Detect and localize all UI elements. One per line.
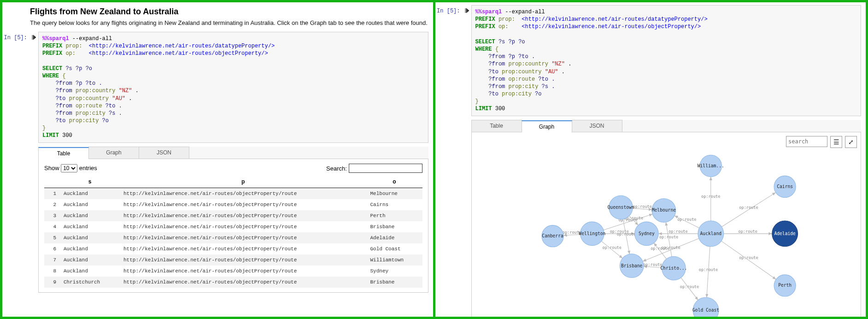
cell-s: Auckland xyxy=(60,254,120,266)
graph-toolbar: ☰ ⤢ xyxy=(786,136,857,148)
edge-label: op:route xyxy=(680,284,698,289)
table-row[interactable]: 6 Auckland http://kelvinlawrence.net/air… xyxy=(44,243,422,254)
section-heading: Flights from New Zealand to Australia xyxy=(30,7,428,17)
table-row[interactable]: 9 Christchurch http://kelvinlawrence.net… xyxy=(44,277,422,288)
results-table: s p o 1 Auckland http://kelvinlawrence.n… xyxy=(44,176,422,288)
table-row[interactable]: 8 Auckland http://kelvinlawrence.net/air… xyxy=(44,266,422,277)
table-row[interactable]: 4 Auckland http://kelvinlawrence.net/air… xyxy=(44,221,422,232)
graph-edge[interactable]: op:route xyxy=(680,278,698,300)
svg-point-29 xyxy=(662,256,685,280)
row-index: 6 xyxy=(44,243,60,254)
cell-p: http://kelvinlawrence.net/air-routes/obj… xyxy=(120,277,367,288)
graph-edge[interactable]: op:route xyxy=(643,262,662,267)
graph-edge[interactable]: op:route xyxy=(721,241,776,279)
entries-select[interactable]: 10 xyxy=(61,164,77,172)
row-index: 2 xyxy=(44,199,60,210)
edge-label: op:route xyxy=(562,230,581,235)
graph-edge[interactable]: op:route xyxy=(674,215,699,228)
graph-search-input[interactable] xyxy=(786,136,827,147)
graph-edge[interactable]: op:route xyxy=(659,222,678,256)
section-description: The query below looks for any flights or… xyxy=(30,19,428,26)
legend-icon[interactable]: ☰ xyxy=(830,136,842,148)
tab-table[interactable]: Table xyxy=(38,147,89,159)
right-panel: In [5]: %%sparql --expand-all PREFIX pro… xyxy=(433,2,866,317)
graph-node-adelaide[interactable]: Adelaide xyxy=(772,221,798,247)
col-p[interactable]: p xyxy=(120,176,367,188)
cell-p: http://kelvinlawrence.net/air-routes/obj… xyxy=(120,188,367,199)
svg-line-1 xyxy=(721,192,775,226)
tab-graph[interactable]: Graph xyxy=(88,147,139,159)
graph-edge[interactable]: op:route xyxy=(698,246,717,297)
graph-node-perth[interactable]: Perth xyxy=(774,275,796,296)
cell-o: Williamtown xyxy=(367,254,422,266)
cell-p: http://kelvinlawrence.net/air-routes/obj… xyxy=(120,221,367,232)
cell-o: Brisbane xyxy=(367,277,422,288)
tab-json[interactable]: JSON xyxy=(139,147,189,159)
table-row[interactable]: 1 Auckland http://kelvinlawrence.net/air… xyxy=(44,188,422,199)
svg-point-22 xyxy=(580,222,604,245)
output-tabs: Table Graph JSON xyxy=(471,120,862,132)
cell-output: Table Graph JSON Show 10 entries Search: xyxy=(38,147,428,293)
svg-point-21 xyxy=(634,222,658,245)
graph-edge[interactable]: op:route xyxy=(701,177,720,220)
cell-prompt: In [5]: xyxy=(435,5,463,116)
graph-edge[interactable]: op:route xyxy=(601,241,622,258)
edge-label: op:route xyxy=(698,267,717,272)
svg-point-23 xyxy=(541,225,563,247)
table-row[interactable]: 2 Auckland http://kelvinlawrence.net/air… xyxy=(44,199,422,210)
graph-panel[interactable]: ☰ ⤢ op:routeop:routeop:routeop:routeop:r… xyxy=(471,132,862,317)
graph-node-christo[interactable]: Christo... xyxy=(660,256,687,280)
row-index: 9 xyxy=(44,277,60,288)
graph-canvas[interactable]: op:routeop:routeop:routeop:routeop:route… xyxy=(472,132,861,317)
run-cell-icon[interactable] xyxy=(30,32,38,143)
svg-point-30 xyxy=(693,297,719,317)
svg-point-24 xyxy=(609,195,632,219)
table-row[interactable]: 5 Auckland http://kelvinlawrence.net/air… xyxy=(44,232,422,243)
graph-edge[interactable]: op:route xyxy=(562,230,581,235)
graph-node-sydney[interactable]: Sydney xyxy=(634,222,658,245)
run-cell-icon[interactable] xyxy=(463,5,471,116)
graph-node-auckland[interactable]: Auckland xyxy=(698,221,723,247)
table-row[interactable]: 3 Auckland http://kelvinlawrence.net/air… xyxy=(44,210,422,221)
graph-node-brisbane[interactable]: Brisbane xyxy=(620,254,643,277)
graph-node-canberra[interactable]: Canberra xyxy=(541,225,563,247)
cell-p: http://kelvinlawrence.net/air-routes/obj… xyxy=(120,199,367,210)
cell-s: Auckland xyxy=(60,243,120,254)
graph-node-cairns[interactable]: Cairns xyxy=(774,176,796,197)
code-editor[interactable]: %%sparql --expand-all PREFIX prop: <http… xyxy=(471,5,862,116)
svg-point-25 xyxy=(652,198,675,222)
fullscreen-icon[interactable]: ⤢ xyxy=(845,136,857,148)
graph-node-goldcoast[interactable]: Gold Coast xyxy=(692,297,719,317)
cell-o: Melbourne xyxy=(367,188,422,199)
table-search: Search: xyxy=(326,164,422,173)
code-cell: In [5]: %%sparql --expand-all PREFIX pro… xyxy=(435,5,862,116)
graph-edge[interactable]: op:route xyxy=(658,229,698,233)
tab-graph[interactable]: Graph xyxy=(522,120,572,132)
cell-o: Gold Coast xyxy=(367,243,422,254)
edge-label: op:route xyxy=(677,217,696,222)
code-editor[interactable]: %%sparql --expand-all PREFIX prop: <http… xyxy=(38,32,428,143)
cell-o: Sydney xyxy=(367,266,422,277)
col-index[interactable] xyxy=(44,176,60,188)
edge-label: op:route xyxy=(739,205,758,209)
cell-o: Cairns xyxy=(367,199,422,210)
svg-line-8 xyxy=(680,278,698,300)
graph-node-william[interactable]: William... xyxy=(697,155,724,177)
graph-edge[interactable]: op:route xyxy=(721,192,775,226)
table-search-input[interactable] xyxy=(349,164,422,173)
graph-edge[interactable]: op:route xyxy=(633,204,652,210)
row-index: 7 xyxy=(44,254,60,266)
edge-label: op:route xyxy=(739,255,758,260)
graph-edge[interactable]: op:route xyxy=(723,229,772,233)
row-index: 1 xyxy=(44,188,60,199)
tab-table[interactable]: Table xyxy=(471,120,522,132)
tab-json[interactable]: JSON xyxy=(572,120,622,132)
cell-o: Adelaide xyxy=(367,232,422,243)
col-o[interactable]: o xyxy=(367,176,422,188)
cell-p: http://kelvinlawrence.net/air-routes/obj… xyxy=(120,266,367,277)
graph-node-melbourne[interactable]: Melbourne xyxy=(651,198,675,222)
svg-point-28 xyxy=(620,254,643,277)
col-s[interactable]: s xyxy=(60,176,120,188)
graph-node-wellington[interactable]: Wellington xyxy=(579,222,605,245)
table-row[interactable]: 7 Auckland http://kelvinlawrence.net/air… xyxy=(44,254,422,266)
